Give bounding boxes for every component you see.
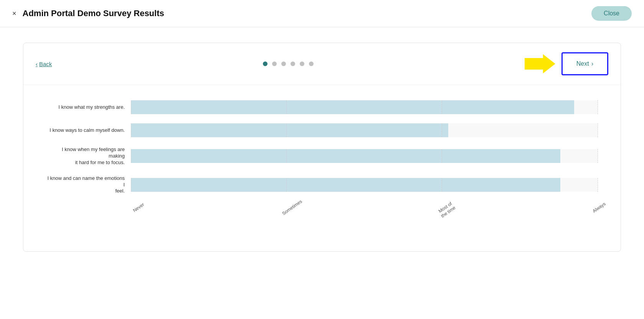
header-left: × Admin Portal Demo Survey Results [12,8,164,18]
nav-row: ‹ Back Next › [23,43,621,85]
x-label-sometimes: Sometimes [281,199,303,216]
chart-area: I know what my strengths are. I know w [23,85,621,251]
close-button[interactable]: Close [591,6,632,21]
chart-rows: I know what my strengths are. I know w [46,100,598,199]
bar-chart: I know what my strengths are. I know w [46,100,598,228]
dot-1[interactable] [263,61,268,66]
bar-label-2: I know ways to calm myself down. [46,127,131,134]
x-label-always: Always [591,201,606,214]
next-chevron-icon: › [591,60,593,67]
back-label: Back [39,61,52,67]
bar-label-4: I know and can name the emotions Ifeel. [46,175,131,195]
close-x-icon[interactable]: × [12,10,17,18]
dot-3[interactable] [281,61,286,66]
next-area: Next › [525,52,608,75]
x-label-never: Never [132,202,145,213]
survey-card: ‹ Back Next › [23,43,621,252]
x-axis: Never Sometimes Most ofthe time Always [137,205,598,228]
page-title: Admin Portal Demo Survey Results [23,8,164,18]
dot-4[interactable] [291,61,295,66]
pagination-dots [263,61,314,66]
bar-1 [131,100,574,114]
bar-3 [131,149,560,163]
bar-label-3: I know when my feelings are makingit har… [46,146,131,166]
back-link[interactable]: ‹ Back [36,61,52,67]
next-label: Next [576,60,589,67]
bar-label-1: I know what my strengths are. [46,104,131,111]
next-button-wrapper: Next › [561,52,608,75]
dot-5[interactable] [300,61,304,66]
bar-2 [131,123,448,137]
x-label-most-of-the-time: Most ofthe time [437,201,457,219]
table-row: I know ways to calm myself down. [46,123,598,137]
back-chevron-icon: ‹ [36,61,38,67]
yellow-arrow-icon [525,54,555,73]
next-button[interactable]: Next › [564,55,606,73]
main-content: ‹ Back Next › [0,27,644,267]
table-row: I know when my feelings are makingit har… [46,146,598,166]
dot-2[interactable] [272,61,277,66]
dot-6[interactable] [309,61,314,66]
table-row: I know and can name the emotions Ifeel. [46,175,598,195]
bar-4 [131,178,560,192]
header: × Admin Portal Demo Survey Results Close [0,0,644,27]
table-row: I know what my strengths are. [46,100,598,114]
